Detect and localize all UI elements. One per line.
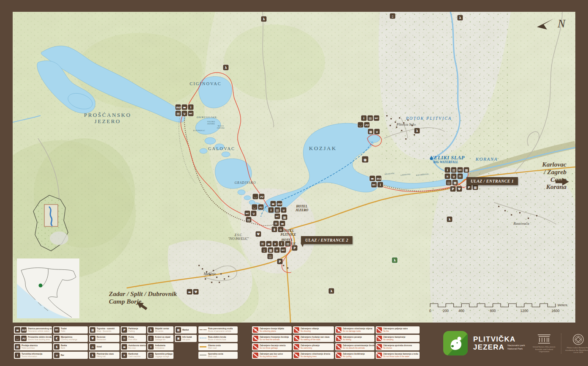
legend-item-market: ▦Market [175, 326, 197, 334]
svg-text:200: 200 [443, 309, 449, 313]
legend-item-ticket: ▤Prodaja ulaznicaTicket purchase [14, 343, 52, 350]
hiker-green-map-icon: λ [392, 258, 398, 263]
legend-label-en: No fishing [343, 339, 362, 341]
legend-item-no-rocks: ▲Zabranjeno oštećivanje stijenaDo not da… [335, 326, 374, 334]
legend-label-en: Main road [208, 347, 221, 349]
ticket-map-icon: ▤ [451, 167, 457, 173]
bar-icon: ∪ [54, 353, 60, 358]
legend-label-en: No cycling [343, 355, 365, 358]
bus-map-icon: ▬ [370, 176, 375, 181]
luggage-icon: ◫ [148, 353, 154, 358]
north-indicator: N [536, 16, 565, 31]
legend-item-no-plants: ✿Zabranjeno branje biljakaNo collecting … [252, 326, 292, 334]
legend-prohibitions-col-4: ♨Zabranjeno paljenje vatreNo fire△Zabran… [376, 326, 420, 359]
legend-label-en: Back road [208, 355, 223, 358]
view-map-icon: ◉ [362, 156, 369, 163]
i-map-icon: i [279, 241, 285, 247]
post-map-icon: ✉ [458, 174, 463, 179]
park-name-line2: JEZERA [473, 343, 504, 351]
st3-map-icon: St3 [176, 105, 181, 110]
legend-prohibitions-col-3: ▲Zabranjeno oštećivanje stijenaDo not da… [335, 326, 374, 359]
legend-facilities-col-6: ▦Market▣Info kutakInfo point [175, 326, 197, 359]
p-map-icon: P [450, 186, 456, 192]
map-icons-layer: St3▬i▤∪WCi▤WC◡P3▩∪▬St1WCii▤WC▩¤∪✉◫▦PΨP▩◡… [13, 12, 575, 323]
no-feed-icon: ♞ [253, 336, 258, 341]
ticket-map-icon: ▤ [176, 111, 181, 116]
unesco-branding: United Nations Educational, Scientific a… [531, 334, 588, 354]
legend-label-en: Do not feed the animals [260, 339, 289, 341]
hiker-map-icon: λ [261, 16, 267, 22]
legend-prohibitions-col-1: ✿Zabranjeno branje biljakaNo collecting … [252, 326, 292, 359]
no-dog-icon: ♘ [253, 353, 258, 358]
bus-map-icon: ▬ [280, 221, 285, 226]
no-bike-icon: ∞ [336, 353, 341, 358]
svg-text:1600: 1600 [552, 309, 560, 313]
fork-map-icon: Ψ [256, 231, 261, 237]
hotel-icon: ⌂ [90, 344, 95, 350]
legend-label-en: Route of panoramic vehicle [208, 330, 233, 332]
legend-label-en: Electric boat docking area [28, 339, 51, 341]
legend-item-no-fish: ⌡Zabranjeno pecanjeNo fishing [335, 335, 374, 342]
bus-map-icon: ▬ [271, 201, 276, 207]
ticket-map-icon: ▤ [368, 116, 373, 121]
legend-label-en: Bank [61, 347, 67, 349]
ticket-icon: ▤ [15, 344, 20, 350]
electric-boat-badge-icon: P3 [21, 336, 27, 341]
legend-label-en: Do not damage rocks [343, 330, 372, 332]
bin-map-icon: ▯ [390, 13, 396, 19]
market-map-icon: ▦ [282, 215, 287, 220]
legend-label-en: Tourist information [22, 355, 42, 358]
legend-label-en: Info point [182, 339, 192, 341]
legend-item-restaurant: ΨRestoranRestaurant [89, 335, 119, 342]
electric-boat-icon: ◡ [15, 336, 20, 341]
no-stones-icon: ❂ [377, 353, 382, 358]
arrow-karlovac-icon [555, 177, 569, 186]
no-shout-icon: ♪ [294, 327, 299, 333]
legend-item-bar: ∪Bar [53, 352, 88, 359]
legend-item-no-walk: λZabranjeno hodanje van stazaNo walking … [293, 335, 334, 342]
legend-facilities-col-5: λSkijaški centarSki centre▯Koševi za otp… [147, 326, 173, 359]
park-logo-bear-icon [443, 331, 468, 355]
atm-map-icon: ¤ [273, 241, 278, 247]
atm-map-icon: ¤ [445, 174, 450, 179]
ambulance-icon: + [148, 344, 154, 350]
dashed-blue-line-icon [199, 335, 207, 342]
legend-item-bank: $BankaBank [53, 343, 88, 350]
legend-item-luggage: ◫Spremište prtljageLuggage storage [147, 352, 173, 359]
legend-routes: Ruta panoramskog vozilaRoute of panorami… [198, 326, 238, 359]
legend-item-no-bike: ∞Zabranjeno bicikliranjeNo cycling [335, 352, 374, 359]
wc-map-icon: WC [374, 116, 379, 121]
legend-item-panoramic-vehicle: ▬St3Stanica panoramskog vozilaPanoramic … [14, 326, 52, 334]
park-subtitle: Nacionalni park National Park [507, 344, 525, 351]
legend-label-en: Restaurant [97, 339, 106, 341]
luggage-map-icon: ◫ [268, 254, 273, 259]
legend-label-en: No collecting plants [260, 330, 284, 332]
post-icon: ✉ [122, 336, 127, 341]
legend-item-info-kiosk: ▣Info kutakInfo point [175, 335, 197, 342]
legend-route-solid-gray: Sporedna cestaBack road [198, 352, 238, 359]
legend-label-hr: Bar [61, 354, 64, 356]
ticket-map-icon: ▤ [246, 217, 252, 223]
boat-map-icon: ◡ [252, 205, 257, 210]
info-icon: i [15, 353, 20, 358]
wc-map-icon: WC [458, 167, 463, 173]
legend-facilities-col-4: PParkiranjeParking✉PoštaPost office▬Auto… [121, 326, 146, 359]
legend-item-no-disturb: ♫Zabranjeno uznemiravanje životinjaDo no… [335, 343, 374, 350]
svg-text:0: 0 [429, 309, 431, 313]
legend-item-hiking: λPlaninarska stazaHiking trail [89, 352, 119, 359]
park-name: PLITVIČKA JEZERA Nacionalni park Nationa… [473, 335, 525, 351]
currency-icon: € [54, 336, 60, 341]
legend-item-toilet: WCToaletToilet [53, 326, 88, 334]
st2-map-icon: St2 [277, 201, 282, 207]
gift-map-icon: ▩ [473, 185, 478, 190]
legend-label-en: No camping [383, 339, 406, 341]
legend-item-no-garbage: ✦Zabranjeno bacanje smećaDo not throw ga… [252, 343, 292, 350]
legend-item-no-shout: ♪Zabranjeno vikanjeNo shouting [293, 326, 334, 334]
cup-map-icon: ∪ [281, 207, 287, 213]
solid-gray-line-icon [199, 352, 207, 359]
ticket-map-icon: ▤ [285, 241, 291, 247]
legend-item-shop: ▩Trgovina - suveniriShop - Souvenirs [89, 326, 119, 334]
market-icon: ▦ [176, 327, 181, 333]
svg-text:400: 400 [458, 309, 464, 313]
legend-label-en: Ski centre [155, 330, 169, 332]
